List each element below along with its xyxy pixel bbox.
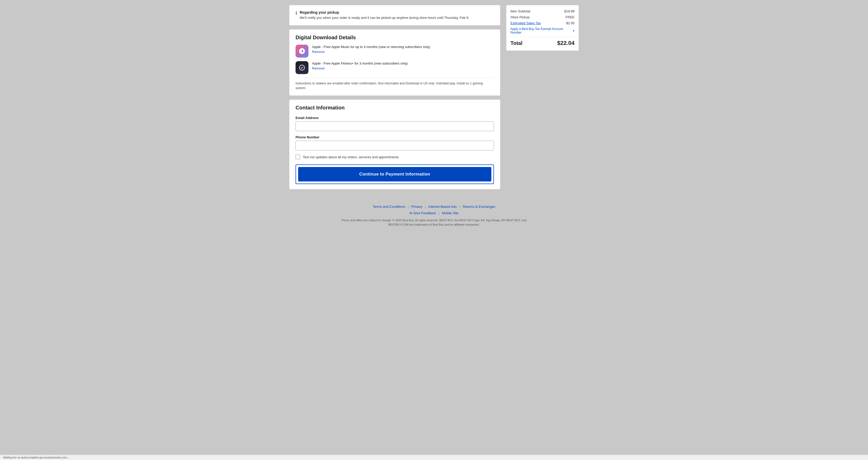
footer-divider-3: | [459, 205, 460, 208]
estimated-sales-tax-row: Estimated Sales Tax $2.05 [510, 21, 575, 25]
pickup-notice-text: We'll notify you when your order is read… [300, 15, 469, 20]
sms-updates-checkbox[interactable] [296, 155, 300, 159]
continue-to-payment-button[interactable]: Continue to Payment Information [298, 167, 491, 182]
list-item: Apple - Free Apple Fitness+ for 3 months… [296, 61, 494, 74]
phone-label: Phone Number [296, 135, 494, 139]
svg-point-0 [300, 65, 305, 70]
download-instructions: Instructions to redeem are emailed after… [296, 78, 494, 90]
order-summary-sidebar: Item Subtotal $19.99 Store Pickup FREE E… [506, 5, 579, 51]
item-subtotal-row: Item Subtotal $19.99 [510, 9, 575, 13]
footer-copyright: Prices and offers are subject to change.… [331, 218, 537, 227]
footer-divider-1: | [408, 205, 409, 208]
footer-row2: ✉ Give Feedback | Mobile Site [0, 211, 868, 215]
pickup-notice-title: Regarding your pickup [300, 10, 469, 14]
apple-music-name: Apple - Free Apple Music for up to 4 mon… [312, 45, 430, 49]
info-icon: ℹ [296, 10, 297, 15]
sms-updates-label: Text me updates about all my orders, ser… [303, 155, 399, 159]
store-pickup-label: Store Pickup [510, 15, 530, 19]
footer-link-privacy[interactable]: Privacy [411, 205, 423, 208]
footer-divider-2: | [425, 205, 426, 208]
footer-mobile-site-link[interactable]: Mobile Site [442, 211, 459, 215]
apple-fitness-remove-link[interactable]: Remove [312, 66, 408, 70]
total-label: Total [510, 40, 522, 46]
total-amount: $22.04 [557, 40, 575, 46]
email-form-group: Email Address [296, 116, 494, 131]
status-text: Waiting for us-autocomplete.api.smartyst… [3, 456, 69, 459]
store-pickup-row: Store Pickup FREE [510, 15, 575, 19]
email-label: Email Address [296, 116, 494, 120]
store-pickup-value: FREE [565, 15, 575, 19]
apple-fitness-name: Apple - Free Apple Fitness+ for 3 months… [312, 61, 408, 66]
list-item: Apple - Free Apple Music for up to 4 mon… [296, 45, 494, 58]
continue-button-wrapper: Continue to Payment Information [296, 164, 494, 184]
apple-fitness-info: Apple - Free Apple Fitness+ for 3 months… [312, 61, 408, 70]
item-subtotal-label: Item Subtotal [510, 9, 530, 13]
footer-links: Terms and Conditions | Privacy | Interes… [0, 205, 868, 208]
status-bar: Waiting for us-autocomplete.api.smartyst… [0, 455, 868, 460]
apple-music-info: Apple - Free Apple Music for up to 4 mon… [312, 45, 430, 54]
page-footer: Terms and Conditions | Privacy | Interes… [0, 197, 868, 232]
contact-info-title: Contact Information [296, 105, 494, 111]
apple-music-thumbnail [296, 45, 308, 58]
contact-information-card: Contact Information Email Address Phone … [289, 100, 500, 189]
pickup-notice: ℹ Regarding your pickup We'll notify you… [296, 10, 494, 20]
apple-fitness-thumb-inner [296, 61, 308, 74]
footer-feedback-link[interactable]: Give Feedback [413, 211, 436, 215]
footer-link-interest-ads[interactable]: Interest-Based Ads [428, 205, 457, 208]
order-summary-card: Item Subtotal $19.99 Store Pickup FREE E… [506, 5, 579, 51]
phone-form-group: Phone Number [296, 135, 494, 151]
feedback-icon: ✉ [409, 211, 412, 215]
chevron-down-icon: ▾ [573, 29, 575, 33]
tax-exempt-link[interactable]: Apply a Best Buy Tax Exempt Account Numb… [510, 27, 571, 34]
digital-download-title: Digital Download Details [296, 35, 494, 40]
total-row: Total $22.04 [510, 40, 575, 46]
tax-exempt-row: Apply a Best Buy Tax Exempt Account Numb… [510, 27, 575, 34]
footer-link-terms[interactable]: Terms and Conditions [373, 205, 405, 208]
estimated-sales-tax-value: $2.05 [566, 21, 575, 25]
email-input[interactable] [296, 121, 494, 131]
apple-fitness-thumbnail [296, 61, 308, 74]
item-subtotal-value: $19.99 [564, 9, 575, 13]
phone-input[interactable] [296, 141, 494, 151]
pickup-notice-card: ℹ Regarding your pickup We'll notify you… [289, 5, 500, 25]
sms-updates-row: Text me updates about all my orders, ser… [296, 155, 494, 159]
apple-music-remove-link[interactable]: Remove [312, 50, 430, 54]
footer-link-returns[interactable]: Returns & Exchanges [463, 205, 495, 208]
digital-download-card: Digital Download Details Apple - Free Ap… [289, 29, 500, 96]
footer-divider-4: | [438, 211, 439, 215]
estimated-sales-tax-label[interactable]: Estimated Sales Tax [510, 21, 541, 25]
